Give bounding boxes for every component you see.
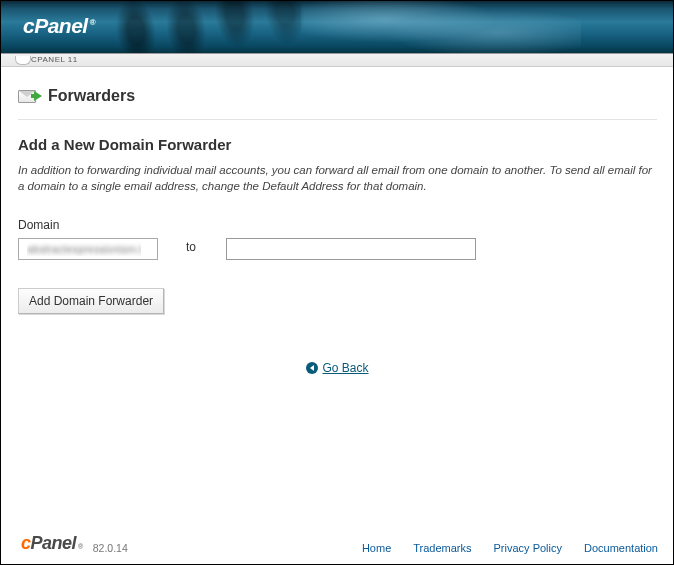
breadcrumb-label: CPANEL 11 <box>31 55 78 64</box>
domain-form-row: abstractexpressionism.t to <box>18 238 657 260</box>
version-text: 82.0.14 <box>93 542 128 554</box>
footer-logo: cPanel® <box>21 533 83 554</box>
footer-left: cPanel® 82.0.14 <box>21 533 128 554</box>
cpanel-logo: cPanel® <box>1 1 673 38</box>
go-back-label: Go Back <box>322 361 368 375</box>
go-back-wrap: Go Back <box>18 360 657 375</box>
logo-text: cPanel <box>23 14 88 37</box>
breadcrumb-bar: CPANEL 11 <box>1 54 673 67</box>
content-area: Forwarders Add a New Domain Forwarder In… <box>1 67 673 375</box>
footer-link-documentation[interactable]: Documentation <box>584 542 658 554</box>
page-header: Forwarders <box>18 87 657 120</box>
footer-links: Home Trademarks Privacy Policy Documenta… <box>362 542 658 554</box>
footer-link-home[interactable]: Home <box>362 542 391 554</box>
to-label: to <box>186 238 198 254</box>
forwarders-icon <box>18 87 40 105</box>
go-back-link[interactable]: Go Back <box>306 361 368 375</box>
footer-logo-rest: Panel <box>31 533 77 554</box>
section-title: Add a New Domain Forwarder <box>18 136 657 153</box>
footer-link-privacy[interactable]: Privacy Policy <box>494 542 562 554</box>
header-banner: cPanel® <box>1 1 673 54</box>
domain-label: Domain <box>18 218 657 232</box>
back-arrow-icon <box>306 362 318 374</box>
footer-link-trademarks[interactable]: Trademarks <box>413 542 471 554</box>
logo-registered: ® <box>90 18 95 27</box>
destination-input[interactable] <box>226 238 476 260</box>
domain-select[interactable]: abstractexpressionism.t <box>18 238 158 260</box>
footer-logo-c: c <box>21 533 31 554</box>
domain-select-wrap: abstractexpressionism.t <box>18 238 158 260</box>
page-title: Forwarders <box>48 87 135 105</box>
section-description: In addition to forwarding individual mai… <box>18 163 657 194</box>
add-domain-forwarder-button[interactable]: Add Domain Forwarder <box>18 288 164 314</box>
footer-logo-reg: ® <box>78 543 83 550</box>
footer: cPanel® 82.0.14 Home Trademarks Privacy … <box>1 524 673 564</box>
